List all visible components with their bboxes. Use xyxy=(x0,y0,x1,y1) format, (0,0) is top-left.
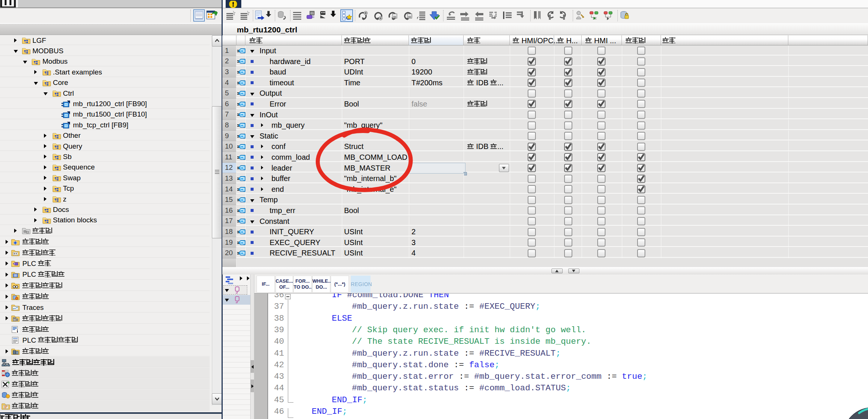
svg-text:01: 01 xyxy=(311,12,314,15)
svg-text:i: i xyxy=(17,328,18,333)
